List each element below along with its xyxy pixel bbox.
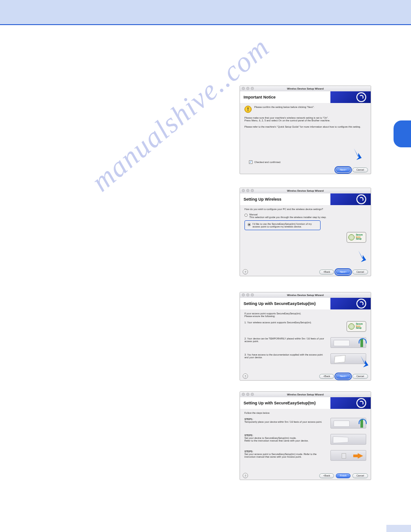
placement-illustration [330, 337, 366, 348]
wizard-heading: Important Notice [240, 91, 330, 103]
back-button[interactable]: <Back [319, 270, 334, 275]
window-titlebar: Wirelss Device Setup Wizard [240, 188, 371, 193]
side-tab [394, 120, 411, 147]
radio-manual[interactable] [244, 214, 248, 217]
option-manual-sub: This selection will guide you through th… [249, 216, 326, 219]
option-ses[interactable]: I'd like to use the SecureEasySetup(tm) … [244, 220, 321, 230]
wireless-swirl-graphic [330, 91, 371, 103]
option-ses-label: I'd like to use the SecureEasySetup(tm) … [253, 223, 317, 228]
window-titlebar: Wirelss Device Setup Wizard [240, 392, 371, 397]
intro-text: If your access point supports SecureEasy… [244, 312, 366, 317]
req-2: 2. Your device can be TEMPORARILY placed… [244, 337, 327, 343]
window-traffic-lights[interactable] [242, 87, 254, 90]
window-traffic-lights[interactable] [242, 189, 254, 192]
page-number-box [386, 525, 411, 532]
wizard-body: If your access point supports SecureEasy… [240, 309, 371, 372]
ses-circle-icon [348, 234, 355, 240]
alert-icon: ! [244, 106, 252, 113]
wizard-footer: ? <Back Next> Cancel [240, 372, 371, 380]
cancel-button[interactable]: Cancel [352, 270, 368, 275]
req-1: 1. Your wireless access point supports S… [244, 321, 343, 324]
wizard-header: Important Notice [240, 91, 371, 103]
window-titlebar: Wirelss Device Setup Wizard [240, 292, 371, 298]
help-button[interactable]: ? [243, 373, 248, 379]
wizard-setting-up-wireless: Wirelss Device Setup Wizard Setting Up W… [240, 188, 371, 276]
setup-instruction-1: Please make sure that your machine's wir… [244, 116, 366, 122]
page-content: manualshive..com Wirelss Device Setup Wi… [0, 25, 411, 532]
wizard-header: Setting Up Wireless [240, 193, 371, 205]
confirm-text: Please confirm the setting below before … [254, 106, 314, 108]
wizard-body: How do you wish to configure your PC and… [240, 205, 371, 268]
wizard-header: Setting Up with SecureEasySetup(tm) [240, 298, 371, 309]
window-traffic-lights[interactable] [242, 393, 254, 396]
ses-circle-icon [348, 323, 355, 330]
wizard-heading: Setting Up with SecureEasySetup(tm) [240, 298, 330, 309]
step1-illustration [330, 418, 366, 429]
wizard-footer: ? <Back Next> Cancel [240, 268, 371, 276]
back-button[interactable]: <Back [319, 473, 334, 478]
cancel-button[interactable]: Cancel [352, 167, 368, 172]
option-manual[interactable]: Manual This selection will guide you thr… [244, 213, 366, 219]
wizard-footer: Next> Cancel [240, 166, 371, 174]
secure-easy-setup-badge: SecureEasySetup [347, 321, 366, 332]
next-button[interactable]: Next> [336, 374, 351, 379]
window-title: Wirelss Device Setup Wizard [287, 189, 324, 192]
cancel-button[interactable]: Cancel [352, 473, 368, 478]
step2-illustration [330, 434, 366, 445]
wizard-footer: ? <Back Finish Cancel [240, 472, 371, 480]
next-button[interactable]: Next> [336, 167, 351, 172]
wizard-heading: Setting Up with SecureEasySetup(tm) [240, 397, 330, 409]
wizard-body: Follow the steps below. STEP1: Temporari… [240, 409, 371, 472]
window-titlebar: Wirelss Device Setup Wizard [240, 86, 371, 91]
wizard-ses-steps: Wirelss Device Setup Wizard Setting Up w… [240, 391, 371, 480]
window-title: Wirelss Device Setup Wizard [287, 294, 324, 296]
cancel-button[interactable]: Cancel [352, 374, 368, 379]
radio-ses[interactable] [248, 223, 251, 226]
secure-easy-setup-badge: SecureEasySetup [347, 232, 366, 243]
window-traffic-lights[interactable] [242, 293, 254, 296]
next-button[interactable]: Next> [336, 270, 351, 275]
window-title: Wirelss Device Setup Wizard [287, 87, 324, 90]
checked-confirmed-label: Checked and confirmed. [254, 161, 281, 163]
wizard-header: Setting Up with SecureEasySetup(tm) [240, 397, 371, 409]
top-banner [0, 0, 411, 25]
help-button[interactable]: ? [243, 269, 248, 275]
wireless-swirl-graphic [330, 397, 371, 409]
checked-confirmed-row[interactable]: ✓ Checked and confirmed. [249, 160, 281, 164]
checked-confirmed-checkbox[interactable]: ✓ [249, 160, 253, 164]
help-button[interactable]: ? [243, 473, 248, 478]
wireless-swirl-graphic [330, 298, 371, 309]
question-text: How do you wish to configure your PC and… [244, 208, 366, 210]
step2-text: Set your device to SecureEasySetup(tm) m… [244, 437, 327, 442]
window-title: Wirelss Device Setup Wizard [287, 393, 324, 396]
finish-button[interactable]: Finish [336, 473, 351, 478]
wireless-swirl-graphic [330, 193, 371, 205]
back-button[interactable]: <Back [319, 374, 334, 379]
step3-text: Set your access point to SecureEasySetup… [244, 453, 327, 458]
push-arrow-icon [353, 453, 363, 459]
step3-illustration [330, 450, 366, 461]
req-3: 3. You have access to the documentation … [244, 353, 327, 359]
wizard-ses-requirements: Wirelss Device Setup Wizard Setting Up w… [240, 292, 371, 381]
step1-text: Temporarily place your device within 5m … [244, 420, 327, 423]
setup-instruction-2: Please refer to the machine's "Quick Set… [244, 125, 366, 128]
follow-steps-text: Follow the steps below. [244, 412, 366, 414]
wizard-heading: Setting Up Wireless [240, 193, 330, 205]
